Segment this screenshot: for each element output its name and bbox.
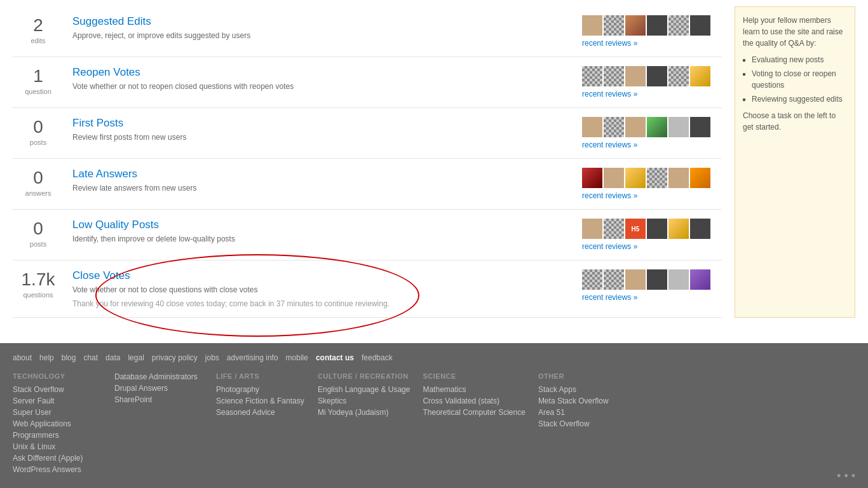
footer-col-header: CULTURE / RECREATION (318, 372, 410, 380)
footer-nav-data[interactable]: data (105, 353, 120, 362)
avatar (647, 117, 667, 137)
footer-nav-advertising-info[interactable]: advertising info (227, 353, 278, 362)
recent-reviews-link[interactable]: recent reviews » (582, 293, 637, 302)
recent-reviews-link[interactable]: recent reviews » (582, 242, 637, 251)
review-number: 1 (13, 66, 64, 86)
review-description: Vote whether or not to close questions w… (72, 285, 573, 295)
footer-col-link[interactable]: Stack Overflow (13, 385, 102, 394)
avatar (604, 269, 624, 290)
avatar (625, 117, 646, 137)
footer-col: Database AdministratorsDrupal AnswersSha… (114, 372, 203, 477)
footer-nav-legal[interactable]: legal (128, 353, 144, 362)
avatar (668, 117, 689, 137)
review-row-suggested-edits: 2editsSuggested EditsApprove, reject, or… (13, 6, 722, 57)
footer-nav-mobile[interactable]: mobile (286, 353, 308, 362)
sidebar-box: Help your fellow members learn to use th… (735, 6, 855, 318)
avatar-row (582, 168, 722, 188)
avatar (604, 66, 624, 86)
recent-reviews-link[interactable]: recent reviews » (582, 191, 637, 200)
footer-col: SCIENCEMathematicsCross Validated (stats… (423, 372, 525, 477)
footer-col-link[interactable]: English Language & Usage (318, 385, 410, 394)
avatar (625, 168, 646, 188)
footer-col-link[interactable]: Web Applications (13, 419, 102, 428)
review-count-label: answers (25, 189, 51, 197)
review-title-link[interactable]: Suggested Edits (72, 15, 151, 27)
footer-col-link[interactable]: Photography (216, 385, 305, 394)
footer-col-link[interactable]: Skeptics (318, 396, 410, 405)
footer-col-link[interactable]: Unix & Linux (13, 442, 102, 451)
footer-col-link[interactable]: Seasoned Advice (216, 408, 305, 417)
avatar (668, 15, 689, 36)
review-count: 1.7kquestions (13, 269, 64, 299)
avatar (647, 66, 667, 86)
footer-col-link[interactable]: SharePoint (114, 395, 203, 404)
review-description: Vote whether or not to reopen closed que… (72, 81, 573, 92)
footer-col-link[interactable]: Theoretical Computer Science (423, 408, 525, 417)
review-count: 0posts (13, 219, 64, 248)
footer-nav-help[interactable]: help (39, 353, 54, 362)
footer-nav-privacy-policy[interactable]: privacy policy (152, 353, 198, 362)
footer-nav-jobs[interactable]: jobs (205, 353, 219, 362)
footer-col-link[interactable]: Mathematics (423, 385, 525, 394)
review-title-link[interactable]: Close Votes (72, 269, 130, 281)
sidebar-cta: Choose a task on the left to get started… (743, 110, 847, 133)
review-number: 0 (13, 219, 64, 239)
footer-col-header: LIFE / ARTS (216, 372, 305, 380)
avatar (582, 15, 602, 36)
footer-col: LIFE / ARTSPhotographyScience Fiction & … (216, 372, 305, 477)
footer-col-link[interactable]: Super User (13, 408, 102, 417)
footer-col-link[interactable]: Stack Apps (538, 385, 627, 394)
footer-col-header: SCIENCE (423, 372, 525, 380)
recent-reviews-link[interactable]: recent reviews » (582, 140, 637, 149)
footer-col-link[interactable]: Programmers (13, 431, 102, 440)
footer-nav-chat[interactable]: chat (83, 353, 98, 362)
footer-col-header: OTHER (538, 372, 627, 380)
footer-nav-contact-us[interactable]: contact us (316, 353, 354, 362)
review-info: Low Quality PostsIdentify, then improve … (64, 219, 582, 245)
footer-col: OTHERStack AppsMeta Stack OverflowArea 5… (538, 372, 627, 477)
review-count: 2edits (13, 15, 64, 45)
review-avatars: recent reviews » (582, 15, 722, 48)
recent-reviews-link[interactable]: recent reviews » (582, 90, 637, 98)
footer-col-link[interactable]: Meta Stack Overflow (538, 396, 627, 405)
review-info: Suggested EditsApprove, reject, or impro… (64, 15, 582, 41)
review-avatars: recent reviews » (582, 269, 722, 302)
review-count-label: questions (23, 291, 53, 299)
footer-nav-blog[interactable]: blog (62, 353, 76, 362)
review-number: 2 (13, 15, 64, 36)
avatar (690, 219, 710, 239)
avatar (668, 269, 689, 290)
review-thankyou: Thank you for reviewing 40 close votes t… (72, 299, 573, 308)
review-count: 0answers (13, 168, 64, 198)
review-count: 1question (13, 66, 64, 96)
review-title-link[interactable]: Reopen Votes (72, 66, 140, 78)
footer-col-link[interactable]: Drupal Answers (114, 384, 203, 393)
footer-col-link[interactable]: WordPress Answers (13, 465, 102, 474)
review-count: 0posts (13, 117, 64, 147)
footer-col-link[interactable]: Stack Overflow (538, 419, 627, 428)
footer-col-link[interactable]: Cross Validated (stats) (423, 396, 525, 405)
avatar-row: H5 (582, 219, 722, 239)
footer-col-link[interactable]: Ask Different (Apple) (13, 454, 102, 463)
recent-reviews-link[interactable]: recent reviews » (582, 39, 637, 48)
sidebar-bullets: Evaluating new postsVoting to close or r… (743, 54, 847, 105)
footer-col-link[interactable]: Science Fiction & Fantasy (216, 396, 305, 405)
footer-col-link[interactable]: Server Fault (13, 396, 102, 405)
avatar (604, 15, 624, 36)
review-title-link[interactable]: Low Quality Posts (72, 219, 159, 231)
review-title-link[interactable]: Late Answers (72, 168, 137, 180)
footer-col: CULTURE / RECREATIONEnglish Language & U… (318, 372, 410, 477)
avatar (668, 66, 689, 86)
avatar (604, 168, 624, 188)
avatar (690, 117, 710, 137)
footer-col: TECHNOLOGYStack OverflowServer FaultSupe… (13, 372, 102, 477)
review-avatars: recent reviews » (582, 168, 722, 200)
footer-col-link[interactable]: Database Administrators (114, 372, 203, 381)
footer-col-link[interactable]: Area 51 (538, 408, 627, 417)
footer-col-link[interactable]: Mi Yodeya (Judaism) (318, 408, 410, 417)
sidebar-bullet: Evaluating new posts (752, 54, 847, 65)
review-title-link[interactable]: First Posts (72, 117, 123, 129)
footer-nav-about[interactable]: about (13, 353, 32, 362)
review-row-reopen-votes: 1questionReopen VotesVote whether or not… (13, 57, 722, 108)
footer-nav-feedback[interactable]: feedback (362, 353, 393, 362)
